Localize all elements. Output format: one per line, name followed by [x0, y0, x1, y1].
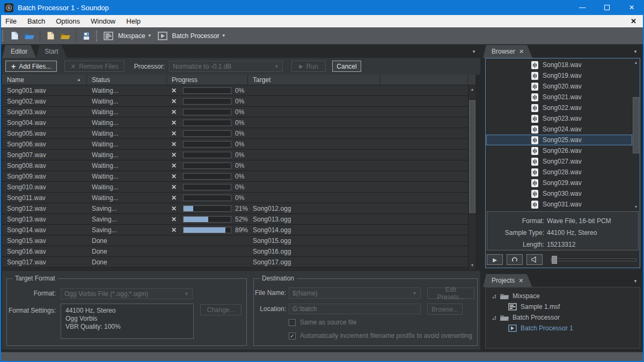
table-row[interactable]: Song012.wav Saving... ✕ 21% Song012.ogg	[2, 203, 468, 214]
same-as-source-checkbox[interactable]: Same as source file	[289, 319, 356, 326]
table-row[interactable]: Song015.wav Done Song015.ogg	[2, 235, 468, 246]
cancel-row-icon[interactable]: ✕	[171, 205, 180, 212]
volume-slider[interactable]	[551, 254, 636, 265]
batch-processor-icon[interactable]	[157, 30, 169, 42]
browser-file-item[interactable]: Song026.wav	[486, 145, 632, 156]
browse-button[interactable]: Browse...	[427, 304, 463, 315]
open-file-button[interactable]	[24, 30, 35, 42]
cancel-row-icon[interactable]: ✕	[171, 130, 180, 137]
scroll-up-icon[interactable]: ▲	[469, 86, 476, 93]
close-tab-icon[interactable]: ✕	[518, 277, 523, 284]
browser-file-item[interactable]: Song031.wav	[486, 199, 632, 210]
expander-icon[interactable]	[491, 315, 496, 320]
browser-scrollbar[interactable]: ▲ ▼	[632, 60, 639, 210]
project-item-batch-processor-1[interactable]: Batch Processor 1	[486, 323, 640, 334]
expander-icon[interactable]	[491, 294, 496, 299]
run-button[interactable]: ▶ Run	[291, 61, 326, 72]
table-row[interactable]: Song001.wav Waiting... ✕ 0%	[2, 85, 468, 96]
table-row[interactable]: Song008.wav Waiting... ✕ 0%	[2, 160, 468, 171]
column-header-target[interactable]: Target	[248, 75, 380, 85]
cancel-row-icon[interactable]: ✕	[171, 183, 180, 191]
cancel-row-icon[interactable]: ✕	[171, 226, 180, 234]
add-files-button[interactable]: + Add Files...	[5, 61, 57, 72]
scrollbar-thumb[interactable]	[469, 100, 475, 213]
open-project-button[interactable]	[60, 30, 71, 42]
change-button[interactable]: Change...	[200, 304, 241, 315]
tab-projects[interactable]: Projects ✕	[483, 274, 532, 287]
table-row[interactable]: Song014.wav Saving... ✕ 89% Song014.ogg	[2, 225, 468, 235]
browser-file-item[interactable]: Song030.wav	[486, 188, 632, 199]
table-row[interactable]: Song006.wav Waiting... ✕ 0%	[2, 139, 468, 150]
cancel-row-icon[interactable]: ✕	[171, 173, 180, 180]
table-row[interactable]: Song002.wav Waiting... ✕ 0%	[2, 96, 468, 107]
table-scrollbar[interactable]: ▲ ▼	[468, 85, 475, 270]
menu-help[interactable]: Help	[121, 15, 146, 27]
table-row[interactable]: Song017.wav Done Song017.ogg	[2, 257, 468, 268]
cancel-button[interactable]: Cancel	[332, 61, 361, 72]
mixspace-icon[interactable]	[103, 30, 114, 42]
column-header-status[interactable]: Status	[87, 75, 167, 85]
project-item-mixspace[interactable]: Mixspace	[486, 291, 640, 301]
menu-batch[interactable]: Batch	[22, 15, 50, 27]
project-item-batch-processor[interactable]: Batch Processor	[486, 312, 640, 323]
save-button[interactable]	[80, 30, 92, 42]
toolbar-grip[interactable]	[2, 31, 4, 41]
tab-browser[interactable]: Browser ✕	[483, 45, 532, 58]
column-header-progress[interactable]: Progress	[167, 75, 248, 85]
processor-dropdown[interactable]: Normalize to -0.1 dB ▼	[169, 61, 283, 72]
cancel-row-icon[interactable]: ✕	[171, 151, 180, 159]
table-row[interactable]: Song011.wav Waiting... ✕ 0%	[2, 193, 468, 203]
scroll-down-icon[interactable]: ▼	[469, 262, 476, 269]
mixspace-menu[interactable]: Mixspace	[118, 32, 145, 40]
menu-window[interactable]: Window	[85, 15, 121, 27]
browser-file-item[interactable]: Song019.wav	[486, 70, 632, 81]
browser-file-item[interactable]: Song022.wav	[486, 102, 632, 113]
column-header-name[interactable]: Name ▲	[2, 75, 87, 85]
tab-start[interactable]: Start	[36, 45, 67, 58]
loop-button[interactable]	[507, 254, 523, 265]
remove-files-button[interactable]: ✕ Remove Files	[64, 61, 124, 72]
browser-file-item[interactable]: Song024.wav	[486, 124, 632, 135]
toolbar-grip[interactable]	[96, 31, 98, 41]
new-project-button[interactable]	[45, 30, 56, 42]
panel-menu-icon[interactable]: ▼	[633, 279, 638, 284]
cancel-row-icon[interactable]: ✕	[171, 141, 180, 148]
table-row[interactable]: Song003.wav Waiting... ✕ 0%	[2, 107, 468, 117]
close-button[interactable]: ✕	[619, 0, 644, 15]
tab-editor[interactable]: Editor	[2, 45, 36, 58]
scrollbar-thumb[interactable]	[633, 97, 639, 153]
cancel-row-icon[interactable]: ✕	[171, 162, 180, 169]
title-bar[interactable]: S Batch Processor 1 - Soundop — ✕	[0, 0, 644, 15]
close-tab-icon[interactable]: ✕	[519, 48, 524, 55]
scroll-up-icon[interactable]: ▲	[632, 60, 640, 66]
edit-presets-button[interactable]: Edit Presets...	[427, 287, 474, 299]
cancel-row-icon[interactable]: ✕	[171, 216, 180, 223]
menu-file[interactable]: File	[0, 15, 22, 27]
table-row[interactable]: Song013.wav Saving... ✕ 52% Song013.ogg	[2, 214, 468, 225]
tabstrip-menu-icon[interactable]: ▼	[472, 49, 476, 54]
auto-increment-checkbox[interactable]: ✓ Automatically increment filename postf…	[289, 332, 472, 339]
cancel-row-icon[interactable]: ✕	[171, 98, 180, 105]
table-row[interactable]: Song010.wav Waiting... ✕ 0%	[2, 182, 468, 193]
mute-button[interactable]	[526, 254, 543, 265]
slider-handle[interactable]	[552, 256, 557, 264]
location-input[interactable]: G:\batch	[289, 304, 421, 314]
document-close-icon[interactable]: ✕	[631, 17, 636, 25]
scroll-down-icon[interactable]: ▼	[632, 204, 640, 210]
browser-file-item[interactable]: Song027.wav	[486, 156, 632, 167]
table-row[interactable]: Song005.wav Waiting... ✕ 0%	[2, 128, 468, 139]
browser-file-item[interactable]: Song018.wav	[486, 60, 632, 70]
format-dropdown[interactable]: Ogg Vorbis File (*.ogg;*.ogm) ▼	[61, 288, 193, 299]
cancel-row-icon[interactable]: ✕	[171, 108, 180, 116]
browser-file-item[interactable]: Song029.wav	[486, 178, 632, 188]
play-button[interactable]: ▶	[487, 254, 503, 265]
cancel-row-icon[interactable]: ✕	[171, 87, 180, 94]
project-item-sample[interactable]: Sample 1.msf	[486, 301, 640, 312]
browser-file-item[interactable]: Song023.wav	[486, 113, 632, 124]
browser-file-item[interactable]: Song020.wav	[486, 81, 632, 92]
browser-file-item[interactable]: Song028.wav	[486, 167, 632, 178]
table-row[interactable]: Song004.wav Waiting... ✕ 0%	[2, 117, 468, 128]
cancel-row-icon[interactable]: ✕	[171, 119, 180, 127]
new-file-button[interactable]	[9, 30, 20, 42]
menu-options[interactable]: Options	[50, 15, 85, 27]
